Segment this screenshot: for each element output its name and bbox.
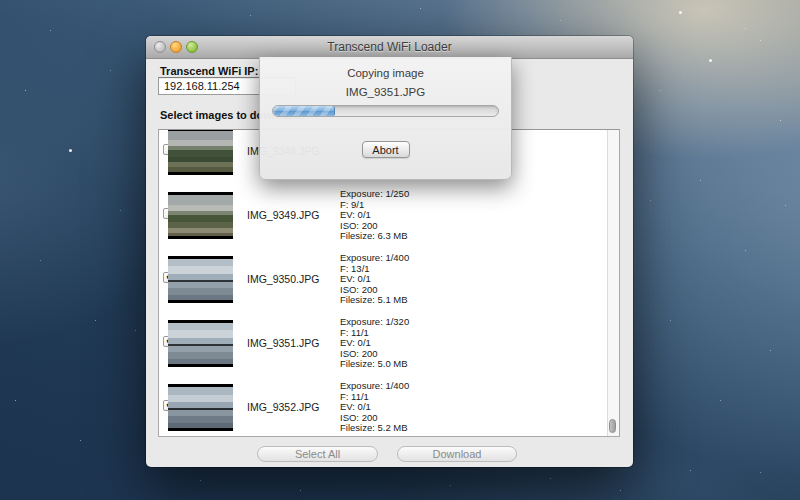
image-row: ✓IMG_9351.JPGExposure: 1/320F: 11/1EV: 0… (159, 315, 608, 379)
image-thumbnail (168, 256, 233, 303)
image-thumbnail (168, 130, 233, 175)
exif-info: Exposure: 1/250F: 9/1EV: 0/1ISO: 200File… (340, 189, 409, 242)
progress-fill (273, 106, 335, 116)
image-filename: IMG_9349.JPG (247, 209, 319, 221)
progress-bar (272, 105, 499, 117)
image-filename: IMG_9350.JPG (247, 273, 319, 285)
scrollbar-track[interactable] (607, 130, 619, 436)
exif-info: Exposure: 1/320F: 11/1EV: 0/1ISO: 200Fil… (340, 317, 409, 370)
exif-line: Filesize: 6.3 MB (340, 231, 409, 242)
app-window: Transcend WiFi Loader Transcend WiFi IP:… (146, 36, 633, 467)
ip-label: Transcend WiFi IP: (160, 65, 258, 77)
window-titlebar[interactable]: Transcend WiFi Loader (146, 36, 633, 59)
abort-button[interactable]: Abort (362, 141, 410, 158)
image-filename: IMG_9352.JPG (247, 401, 319, 413)
exif-info: Exposure: 1/400F: 11/1EV: 0/1ISO: 200Fil… (340, 381, 409, 434)
image-row: ✓IMG_9352.JPGExposure: 1/400F: 11/1EV: 0… (159, 379, 608, 436)
exif-line: Exposure: 1/400 (340, 253, 409, 264)
exif-line: Exposure: 1/250 (340, 189, 409, 200)
exif-line: Exposure: 1/400 (340, 381, 409, 392)
image-thumbnail (168, 384, 233, 431)
sheet-title: Copying image (260, 67, 511, 79)
scrollbar-thumb[interactable] (609, 419, 616, 433)
exif-line: Filesize: 5.0 MB (340, 359, 409, 370)
image-thumbnail (168, 192, 233, 239)
star-field (0, 0, 1, 1)
exif-line: Exposure: 1/320 (340, 317, 409, 328)
exif-line: Filesize: 5.2 MB (340, 423, 409, 434)
exif-line: Filesize: 5.1 MB (340, 295, 409, 306)
image-row: IMG_9349.JPGExposure: 1/250F: 9/1EV: 0/1… (159, 187, 608, 251)
image-row: ✓IMG_9350.JPGExposure: 1/400F: 13/1EV: 0… (159, 251, 608, 315)
select-all-button[interactable]: Select All (257, 446, 378, 462)
image-filename: IMG_9351.JPG (247, 337, 319, 349)
exif-info: Exposure: 1/400F: 13/1EV: 0/1ISO: 200Fil… (340, 253, 409, 306)
download-button[interactable]: Download (397, 446, 517, 462)
image-thumbnail (168, 320, 233, 367)
sheet-filename: IMG_9351.JPG (260, 86, 511, 98)
window-title: Transcend WiFi Loader (146, 40, 633, 54)
copy-progress-sheet: Copying image IMG_9351.JPG Abort (259, 57, 512, 180)
